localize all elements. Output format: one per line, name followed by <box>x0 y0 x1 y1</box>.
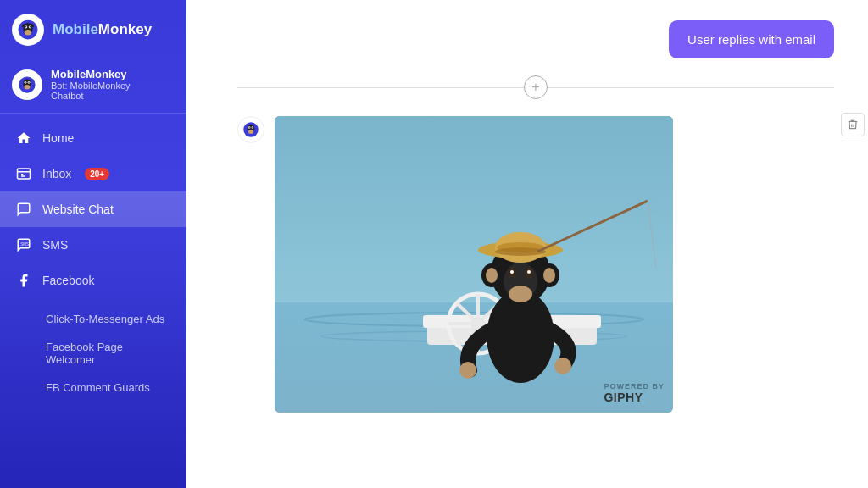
svg-point-20 <box>248 130 253 134</box>
svg-point-52 <box>486 268 498 283</box>
giphy-badge: POWERED BY GIPHY <box>604 382 665 404</box>
bot-info[interactable]: MobileMonkey Bot: MobileMonkeyChatbot <box>0 59 186 114</box>
sidebar-item-facebook[interactable]: Facebook <box>0 263 186 298</box>
svg-point-50 <box>554 358 571 374</box>
svg-point-23 <box>249 127 250 128</box>
inbox-badge: 20+ <box>85 168 109 180</box>
home-icon <box>15 130 32 147</box>
gif-block: POWERED BY GIPHY <box>237 116 834 413</box>
sidebar-item-home[interactable]: Home <box>0 120 186 156</box>
sub-nav-section: Click-To-Messenger Ads Facebook Page Wel… <box>0 305 186 402</box>
divider-line-right <box>548 87 834 88</box>
svg-rect-16 <box>18 169 31 179</box>
svg-point-15 <box>28 81 29 82</box>
svg-text:SMS: SMS <box>20 242 29 247</box>
sub-nav-fb-page-welcomer[interactable]: Facebook Page Welcomer <box>0 333 186 374</box>
logo-area: MobileMonkey <box>0 0 186 59</box>
svg-point-43 <box>510 270 514 274</box>
sms-icon: SMS <box>15 236 32 253</box>
divider-line-left <box>237 87 524 88</box>
nav-section: Home Inbox 20+ Website Chat <box>0 114 186 305</box>
delete-gif-button[interactable] <box>841 113 865 136</box>
chat-area: User replies with email + <box>186 0 868 488</box>
sidebar: MobileMonkey MobileMonkey Bot: MobileMon… <box>0 0 186 488</box>
gif-content: POWERED BY GIPHY <box>275 116 834 413</box>
sub-nav-click-to-messenger[interactable]: Click-To-Messenger Ads <box>0 305 186 333</box>
svg-point-40 <box>509 286 532 302</box>
sub-nav-fb-comment-guards[interactable]: FB Comment Guards <box>0 374 186 402</box>
svg-point-54 <box>543 268 555 283</box>
svg-point-24 <box>252 127 253 128</box>
inbox-icon <box>15 165 32 182</box>
bot-subtitle: Bot: MobileMonkeyChatbot <box>51 80 131 101</box>
user-reply-bubble: User replies with email <box>669 20 834 58</box>
sidebar-item-sms[interactable]: SMS SMS <box>0 227 186 263</box>
bot-details: MobileMonkey Bot: MobileMonkeyChatbot <box>51 68 131 101</box>
sidebar-item-website-chat[interactable]: Website Chat <box>0 191 186 227</box>
svg-point-14 <box>25 81 25 82</box>
svg-point-2 <box>25 30 31 36</box>
svg-point-6 <box>30 26 31 28</box>
gif-image: POWERED BY GIPHY <box>275 116 673 413</box>
main-content: User replies with email + <box>186 0 868 488</box>
monkey-scene: POWERED BY GIPHY <box>275 116 673 413</box>
add-block-divider: + <box>237 75 834 99</box>
logo-text: MobileMonkey <box>53 21 152 38</box>
logo-icon <box>12 14 44 46</box>
chat-icon <box>15 201 32 218</box>
bot-icon <box>237 116 264 143</box>
svg-point-44 <box>527 270 531 274</box>
facebook-icon <box>15 272 32 289</box>
add-block-button[interactable]: + <box>524 75 548 99</box>
bot-name: MobileMonkey <box>51 68 131 80</box>
svg-point-5 <box>25 26 27 28</box>
bot-avatar <box>12 69 42 100</box>
svg-point-11 <box>25 85 31 90</box>
svg-point-49 <box>459 362 476 379</box>
sidebar-item-inbox[interactable]: Inbox 20+ <box>0 156 186 191</box>
